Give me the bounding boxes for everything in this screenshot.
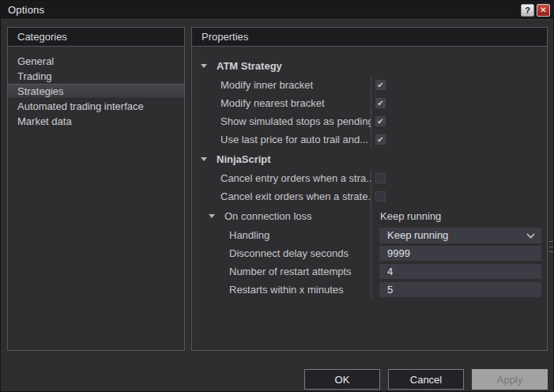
checkbox-cancel-exit-orders-when-a-strate[interactable] <box>375 191 386 202</box>
checkbox-cancel-entry-orders-when-a-stra[interactable] <box>375 173 386 183</box>
row-value <box>371 244 547 262</box>
row-label: Number of restart attempts <box>192 262 371 281</box>
section-title: ATM Strategy <box>217 60 282 72</box>
row-value: Keep running <box>371 226 547 244</box>
checkbox-modify-inner-bracket[interactable]: ✔ <box>375 80 386 90</box>
property-row-disconnect-delay-seconds: Disconnect delay seconds <box>192 244 547 262</box>
row-label: Restarts within x minutes <box>192 281 371 299</box>
apply-button[interactable]: Apply <box>472 369 548 390</box>
row-value: ✔ <box>371 76 547 94</box>
close-button[interactable]: ✕ <box>537 4 550 17</box>
property-row-cancel-exit-orders-when-a-strate: Cancel exit orders when a strate... <box>192 187 547 205</box>
row-value: ✔ <box>371 130 547 149</box>
options-dialog: Options ? ✕ Categories GeneralTradingStr… <box>0 0 554 392</box>
property-row-number-of-restart-attempts: Number of restart attempts <box>192 262 547 281</box>
property-row-modify-nearest-bracket: Modify nearest bracket✔ <box>192 94 547 112</box>
caption-buttons: ? ✕ <box>521 4 553 17</box>
row-value: ✔ <box>371 112 547 130</box>
sidebar-item-market-data[interactable]: Market data <box>8 114 184 129</box>
checkbox-show-simulated-stops-as-pending[interactable]: ✔ <box>375 116 386 126</box>
chevron-down-icon <box>201 64 207 68</box>
row-value <box>371 187 547 205</box>
row-value <box>371 262 547 281</box>
window-title: Options <box>1 4 44 16</box>
titlebar: Options ? ✕ <box>1 1 553 20</box>
section-label: NinjaScript <box>192 149 547 169</box>
section-title: NinjaScript <box>217 153 271 165</box>
row-label: Show simulated stops as pending <box>192 112 371 130</box>
row-label: Cancel entry orders when a stra... <box>192 169 371 187</box>
help-button[interactable]: ? <box>521 4 534 17</box>
properties-rows: ATM StrategyModify inner bracket✔Modify … <box>192 47 547 299</box>
cancel-button[interactable]: Cancel <box>388 369 464 390</box>
property-row-cancel-entry-orders-when-a-stra: Cancel entry orders when a stra... <box>192 169 547 187</box>
sidebar-item-strategies[interactable]: Strategies <box>8 84 184 99</box>
question-icon: ? <box>525 6 530 15</box>
properties-panel: Properties ATM StrategyModify inner brac… <box>191 27 548 351</box>
property-row-use-last-price-for-auto-trail-and: Use last price for auto trail and...✔ <box>192 130 547 149</box>
row-label: Handling <box>192 226 371 244</box>
row-value <box>371 169 547 187</box>
property-row-show-simulated-stops-as-pending: Show simulated stops as pending✔ <box>192 112 547 130</box>
dropdown-value: Keep running <box>387 229 526 241</box>
section-label: ATM Strategy <box>192 55 547 76</box>
sidebar-item-automated-trading-interface[interactable]: Automated trading interface <box>8 99 184 114</box>
row-label-text: On connection loss <box>224 210 312 222</box>
categories-list: GeneralTradingStrategiesAutomated tradin… <box>8 47 184 129</box>
section-atm-strategy[interactable]: ATM Strategy <box>192 55 547 76</box>
property-row-restarts-within-x-minutes: Restarts within x minutes <box>192 281 547 299</box>
property-row-modify-inner-bracket: Modify inner bracket✔ <box>192 76 547 94</box>
row-label: Modify inner bracket <box>192 76 371 94</box>
chevron-down-icon <box>209 214 215 218</box>
chevron-down-icon <box>526 229 535 241</box>
row-value: ✔ <box>371 94 547 112</box>
categories-header: Categories <box>8 28 184 47</box>
scrollbar-grip[interactable] <box>549 241 553 252</box>
row-label: Use last price for auto trail and... <box>192 130 371 149</box>
property-row-handling: HandlingKeep running <box>192 226 547 244</box>
row-label: Cancel exit orders when a strate... <box>192 187 371 205</box>
properties-header: Properties <box>192 28 547 47</box>
checkbox-modify-nearest-bracket[interactable]: ✔ <box>375 98 386 108</box>
section-ninjascript[interactable]: NinjaScript <box>192 149 547 169</box>
checkbox-use-last-price-for-auto-trail-and[interactable]: ✔ <box>375 134 386 145</box>
categories-panel: Categories GeneralTradingStrategiesAutom… <box>7 27 185 351</box>
row-value: Keep running <box>371 205 547 226</box>
ok-button[interactable]: OK <box>304 369 380 390</box>
row-label[interactable]: On connection loss <box>192 205 371 226</box>
chevron-down-icon <box>201 157 207 161</box>
close-icon: ✕ <box>540 6 546 14</box>
row-value <box>371 281 547 299</box>
input-number-of-restart-attempts[interactable] <box>379 264 541 279</box>
row-label: Modify nearest bracket <box>192 94 371 112</box>
sidebar-item-trading[interactable]: Trading <box>8 69 184 84</box>
sidebar-item-general[interactable]: General <box>8 54 184 69</box>
row-label: Disconnect delay seconds <box>192 244 371 262</box>
property-row-on-connection-loss: On connection lossKeep running <box>192 205 547 226</box>
input-restarts-within-x-minutes[interactable] <box>379 282 541 297</box>
dropdown-handling[interactable]: Keep running <box>379 228 541 243</box>
input-disconnect-delay-seconds[interactable] <box>379 246 541 261</box>
